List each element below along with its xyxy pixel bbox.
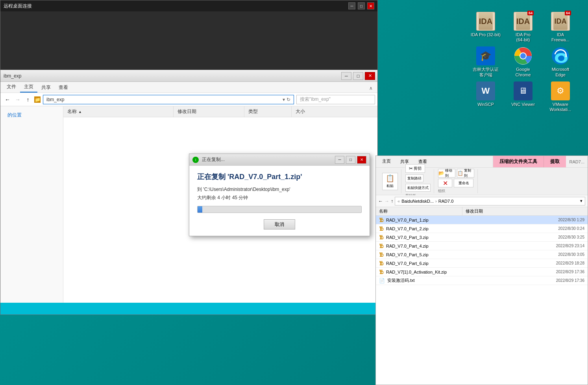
rad-file-row-4[interactable]: 🗜 RAD_V7.0_Part_5.zip 2022/8/30 3:05 — [376, 250, 588, 259]
desktop-icon-chrome-label: GoogleChrome — [515, 67, 531, 77]
delete-icon: ✕ — [443, 180, 448, 187]
rad-forward-btn[interactable]: → — [385, 198, 389, 204]
copy-dest-text: 到 'C:\Users\Administrator\Desktop\ibm_ex… — [197, 186, 362, 193]
ribbon-tab-file[interactable]: 文件 — [3, 82, 20, 93]
toolbar-copy-section: ✂ 剪切 复制路径 粘贴快捷方式 剪贴板 — [402, 169, 434, 193]
ribbon-tab-home[interactable]: 主页 — [20, 82, 37, 93]
nav-item-location[interactable]: 的位置 — [4, 110, 59, 120]
desktop-icon-ida-freeware-label: IDAFreewa... — [551, 32, 570, 43]
chrome-icon — [514, 47, 532, 65]
rdp-minimize-btn[interactable]: ─ — [348, 2, 355, 9]
copy-dialog-buttons: ─ □ ✕ — [335, 156, 366, 164]
explorer-ribbon-tabs: 文件 主页 共享 查看 ∧ — [0, 82, 377, 93]
explorer-close-btn[interactable]: ✕ — [365, 72, 375, 80]
desktop-icon-ida64[interactable]: IDA 64 IDA Pro(64-bit) — [507, 12, 539, 43]
up-btn[interactable]: ↑ — [24, 96, 32, 104]
copy-dialog-minimize-btn[interactable]: ─ — [335, 156, 344, 164]
desktop-icon-vmware[interactable]: ⚙ VMwareWorkstati... — [545, 81, 576, 112]
desktop-icon-winscp[interactable]: W WinSCP — [470, 81, 501, 112]
address-path-display[interactable]: ibm_exp ▾ ↻ — [43, 95, 294, 104]
desktop-icon-ida32[interactable]: IDA IDA Pro (32-bit) — [470, 12, 501, 43]
explorer-titlebar: ibm_exp ─ □ ✕ — [0, 70, 377, 82]
rad-path-dropdown[interactable]: ▾ — [580, 198, 582, 204]
paste-icon: 📋 — [386, 174, 394, 183]
rad-col-name-header[interactable]: 名称 — [376, 207, 462, 215]
explorer-title: ibm_exp — [4, 73, 21, 79]
copy-cancel-btn[interactable]: 取消 — [264, 219, 295, 230]
rad-file-headers: 名称 修改日期 — [376, 207, 588, 216]
move-icon: 📂 — [438, 170, 444, 176]
zip-icon-4: 🗜 — [379, 252, 384, 257]
move-to-btn[interactable]: 📂 移动到 — [438, 169, 455, 178]
rad-col-date-header[interactable]: 修改日期 — [462, 207, 588, 215]
desktop-icon-vnc[interactable]: 🖥 VNC Viewer — [507, 81, 539, 112]
col-header-type[interactable]: 类型 — [244, 106, 292, 117]
desktop-icon-vmware-label: VMwareWorkstati... — [550, 102, 571, 112]
rename-btn[interactable]: 重命名 — [454, 179, 473, 187]
rdp-close-btn[interactable]: ✕ — [367, 2, 374, 9]
rad-file-row-3[interactable]: 🗜 RAD_V7.0_Part_4.zip 2022/8/29 23:14 — [376, 242, 588, 250]
rad-extract-label[interactable]: 提取 — [544, 156, 566, 167]
copy-progress-fill — [198, 206, 202, 213]
rad-compress-tools-label: 压缩的文件夹工具 — [493, 156, 544, 167]
rad-file-row-7[interactable]: 📄 安装激活码.txt 2022/8/29 17:36 — [376, 276, 588, 285]
rad-file-row-0[interactable]: 🗜 RAD_V7.0_Part_1.zip 2022/8/30 1:29 — [376, 216, 588, 224]
folder-icon: 📁 — [34, 96, 41, 103]
forward-btn[interactable]: → — [14, 96, 22, 104]
explorer-window-buttons: ─ □ ✕ — [341, 72, 375, 80]
rdp-title: 远程桌面连接 — [4, 3, 32, 9]
desktop-icon-edge[interactable]: MicrosoftEdge — [545, 46, 576, 77]
desktop-icon-chrome[interactable]: GoogleChrome — [507, 46, 539, 77]
rad-address-bar: ← → ↑ « BaiduNetdiskD... › RAD7.0 ▾ — [376, 195, 588, 207]
rad-file-row-1[interactable]: 🗜 RAD_V7.0_Part_2.zip 2022/8/30 0:24 — [376, 224, 588, 233]
copy-to-btn[interactable]: 📋 复制到 — [457, 169, 474, 178]
explorer-maximize-btn[interactable]: □ — [353, 72, 363, 80]
copy-to-icon: 📋 — [457, 170, 463, 176]
ribbon-tab-view[interactable]: 查看 — [55, 83, 72, 93]
rdp-maximize-btn[interactable]: □ — [358, 2, 365, 9]
rdp-titlebar: 远程桌面连接 ─ □ ✕ — [0, 0, 377, 11]
rad-file-row-6[interactable]: 🗜 RAD_V7[1].0_Activation_Kit.zip 2022/8/… — [376, 268, 588, 276]
copy-btn[interactable]: ✂ 剪切 — [405, 164, 425, 173]
paste-shortcut-btn[interactable]: 粘贴快捷方式 — [405, 184, 431, 192]
rad-tab-home[interactable]: 主页 — [379, 157, 394, 167]
desktop-icons-area: IDA IDA Pro (32-bit) IDA 64 IDA Pro(64-b… — [470, 12, 580, 112]
ribbon-chevron[interactable]: ∧ — [366, 84, 376, 93]
paste-btn[interactable]: 📋 粘贴 — [382, 173, 398, 190]
rad-file-row-2[interactable]: 🗜 RAD_V7.0_Part_3.zip 2022/8/30 3:25 — [376, 233, 588, 242]
rad-filedate-7: 2022/8/29 17:36 — [525, 278, 584, 283]
rad-path-display[interactable]: « BaiduNetdiskD... › RAD7.0 ▾ — [395, 197, 585, 205]
copy-dialog-close-btn[interactable]: ✕ — [357, 156, 366, 164]
copy-path-btn[interactable]: 复制路径 — [405, 174, 423, 182]
desktop-icon-winscp-label: WinSCP — [477, 102, 494, 107]
desktop-icon-edge-label: MicrosoftEdge — [552, 67, 570, 77]
toolbar-paste-section: 📋 粘贴 — [379, 169, 401, 193]
desktop-icon-vnc-label: VNC Viewer — [511, 102, 535, 107]
refresh-btn[interactable]: ↻ — [287, 97, 290, 102]
rad-file-list: 🗜 RAD_V7.0_Part_1.zip 2022/8/30 1:29 🗜 R… — [376, 216, 588, 385]
delete-btn[interactable]: ✕ — [438, 179, 452, 187]
rad-file-row-5[interactable]: 🗜 RAD_V7.0_Part_6.zip 2022/8/29 18:28 — [376, 259, 588, 268]
back-btn[interactable]: ← — [4, 96, 11, 104]
col-header-date[interactable]: 修改日期 — [174, 106, 244, 117]
desktop-icon-ida-freeware[interactable]: IDA 64 IDAFreewa... — [545, 12, 576, 43]
search-box[interactable]: 搜索"ibm_exp" — [296, 95, 375, 104]
rad-up-btn[interactable]: ↑ — [391, 198, 393, 204]
path-dropdown-btn[interactable]: ▾ — [283, 97, 285, 102]
rad-filedate-1: 2022/8/30 0:24 — [525, 226, 584, 231]
col-header-name[interactable]: 名称 ▲ — [63, 106, 174, 117]
desktop-icon-jilin[interactable]: 🎓 吉林大学认证客户端 — [470, 46, 501, 77]
rad-filename-0: RAD_V7.0_Part_1.zip — [386, 218, 523, 222]
col-header-size[interactable]: 大小 — [292, 106, 323, 117]
paste-label: 粘贴 — [386, 183, 394, 189]
copy-dialog-maximize-btn[interactable]: □ — [346, 156, 355, 164]
explorer-minimize-btn[interactable]: ─ — [341, 72, 351, 80]
zip-icon-3: 🗜 — [379, 243, 384, 249]
ribbon-tab-share[interactable]: 共享 — [37, 83, 55, 93]
rad-back-btn[interactable]: ← — [378, 198, 383, 204]
zip-icon-6: 🗜 — [379, 269, 384, 275]
rad-path-prefix: « — [398, 199, 400, 204]
copy-dialog-body: 正在复制 'RAD_V7.0_Part_1.zip' 到 'C:\Users\A… — [189, 166, 370, 236]
column-headers: 名称 ▲ 修改日期 类型 大小 — [63, 106, 377, 117]
rad-filename-7: 安装激活码.txt — [387, 278, 523, 283]
